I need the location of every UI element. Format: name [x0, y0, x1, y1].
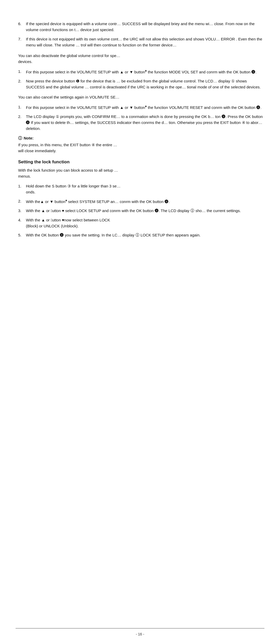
cancel-item-1: 1. For this purpose select in the VOL/MU…: [18, 104, 264, 110]
circle-5a: ♦: [145, 69, 147, 73]
note-text: If you press, in this menu, the EXIT but…: [18, 142, 264, 154]
cancel-list: 1. For this purpose select in the VOL/MU…: [18, 104, 264, 132]
cancel-num-1: 1.: [18, 104, 26, 110]
list-content-7: If this device is not equipped with its …: [26, 36, 264, 48]
list-num-6: 6.: [18, 21, 26, 33]
cancel-item-2: 2. The LCD display ① prompts you, with C…: [18, 114, 264, 132]
lock-function-section: Setting the lock function With the lock …: [18, 159, 264, 238]
lock-content-3: With the ▲ or 𥯋utton ♥ select LOCK SETUP…: [26, 208, 264, 214]
deactivate-content-1: For this purpose select in the VOL/MUTE …: [26, 68, 264, 75]
lock-num-4: 4.: [18, 217, 26, 229]
lock-list: 1. Hold down the S button ③ for a little…: [18, 183, 264, 238]
cancel-content-2: The LCD display ① prompts you, with CONF…: [26, 114, 264, 132]
lock-item-5: 5. With the OK button ⓿ you save the set…: [18, 232, 264, 238]
deactivate-list: 1. For this purpose select in the VOL/MU…: [18, 68, 264, 90]
list-item-7: 7. If this device is not equipped with i…: [18, 36, 264, 48]
footer-page-number: - 16 -: [0, 632, 280, 636]
deactivate-num-2: 2.: [18, 78, 26, 90]
lock-function-heading: Setting the lock function: [18, 159, 264, 165]
lock-content-1: Hold down the S button ③ for a little lo…: [26, 183, 264, 195]
deactivate-item-1: 1. For this purpose select in the VOL/MU…: [18, 68, 264, 75]
lock-item-2: 2. With the▲ or ▼ button♦ select SYSTEM …: [18, 198, 264, 205]
circle-5c: ♦: [65, 199, 67, 202]
lock-num-3: 3.: [18, 208, 26, 214]
note-section: ⓘ Note: If you press, in this menu, the …: [18, 136, 264, 154]
para-deactivate-global: You can also deactivate the global volum…: [18, 53, 264, 65]
list-item-6: 6. If the speci​ed device is equipped wi…: [18, 21, 264, 33]
lock-item-3: 3. With the ▲ or 𥯋utton ♥ select LOCK SE…: [18, 208, 264, 214]
deactivate-item-2: 2. Now press the device button ❶ for the…: [18, 78, 264, 90]
deactivate-content-2: Now press the device button ❶ for the de…: [26, 78, 264, 90]
footer-line: [16, 628, 264, 628]
lock-num-5: 5.: [18, 232, 26, 238]
lock-item-4: 4. With the ▲ or 𥯋utton ♥now select betw…: [18, 217, 264, 229]
lock-num-1: 1.: [18, 183, 26, 195]
para-cancel-settings: You can also cancel the settings again i…: [18, 94, 264, 100]
lock-content-2: With the▲ or ▼ button♦ select SYSTEM SET…: [26, 198, 264, 205]
lock-item-1: 1. Hold down the S button ③ for a little…: [18, 183, 264, 195]
cancel-content-1: For this purpose select in the VOL/MUTE …: [26, 104, 264, 110]
lock-content-5: With the OK button ⓿ you save the settin…: [26, 232, 264, 238]
deactivate-num-1: 1.: [18, 68, 26, 75]
lock-content-4: With the ▲ or 𥯋utton ♥now select between…: [26, 217, 264, 229]
section-item6: 6. If the speci​ed device is equipped wi…: [18, 21, 264, 48]
page-container: 6. If the speci​ed device is equipped wi…: [0, 0, 280, 263]
note-title: ⓘ Note:: [18, 136, 264, 141]
list-num-7: 7.: [18, 36, 26, 48]
info-icon: ⓘ: [18, 136, 22, 140]
list-content-6: If the speci​ed device is equipped with …: [26, 21, 264, 33]
note-label: Note:: [24, 136, 33, 140]
cancel-num-2: 2.: [18, 114, 26, 132]
lock-intro: With the lock function you can block acc…: [18, 167, 264, 179]
circle-5b: ♦: [145, 104, 147, 108]
lock-num-2: 2.: [18, 198, 26, 205]
